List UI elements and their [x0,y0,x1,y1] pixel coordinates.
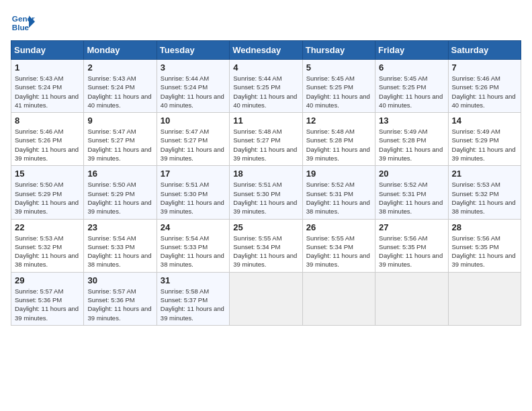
day-number: 5 [306,62,371,73]
calendar-day: 16Sunrise: 5:50 AM Sunset: 5:29 PM Dayli… [84,166,157,219]
day-info: Sunrise: 5:50 AM Sunset: 5:29 PM Dayligh… [87,180,152,216]
day-info: Sunrise: 5:54 AM Sunset: 5:33 PM Dayligh… [161,234,226,269]
day-info: Sunrise: 5:58 AM Sunset: 5:37 PM Dayligh… [161,287,226,322]
calendar-day [302,272,375,325]
calendar-day: 29Sunrise: 5:57 AM Sunset: 5:36 PM Dayli… [11,272,84,325]
day-number: 28 [452,222,517,232]
calendar-day [230,272,302,325]
weekday-header-cell: Thursday [302,41,375,60]
day-number: 14 [452,116,517,126]
calendar-day: 27Sunrise: 5:56 AM Sunset: 5:35 PM Dayli… [375,219,448,272]
calendar-day: 1Sunrise: 5:43 AM Sunset: 5:24 PM Daylig… [11,60,84,113]
day-info: Sunrise: 5:45 AM Sunset: 5:25 PM Dayligh… [379,74,444,109]
day-info: Sunrise: 5:51 AM Sunset: 5:30 PM Dayligh… [233,180,298,216]
day-number: 19 [306,169,371,179]
day-info: Sunrise: 5:48 AM Sunset: 5:28 PM Dayligh… [306,127,371,163]
calendar-day [375,272,448,325]
calendar-day: 5Sunrise: 5:45 AM Sunset: 5:25 PM Daylig… [302,60,375,113]
calendar-day: 24Sunrise: 5:54 AM Sunset: 5:33 PM Dayli… [157,219,229,272]
day-info: Sunrise: 5:48 AM Sunset: 5:27 PM Dayligh… [233,127,298,163]
day-number: 30 [87,275,152,285]
day-info: Sunrise: 5:46 AM Sunset: 5:26 PM Dayligh… [15,127,80,163]
calendar-day: 28Sunrise: 5:56 AM Sunset: 5:35 PM Dayli… [448,219,521,272]
day-info: Sunrise: 5:56 AM Sunset: 5:35 PM Dayligh… [379,234,444,269]
calendar-week: 15Sunrise: 5:50 AM Sunset: 5:29 PM Dayli… [11,166,521,219]
day-number: 18 [233,169,298,179]
calendar-day: 12Sunrise: 5:48 AM Sunset: 5:28 PM Dayli… [302,113,375,166]
day-number: 2 [87,62,152,73]
calendar-day: 20Sunrise: 5:52 AM Sunset: 5:31 PM Dayli… [375,166,448,219]
calendar-body: 1Sunrise: 5:43 AM Sunset: 5:24 PM Daylig… [11,60,521,326]
day-number: 27 [379,222,444,232]
calendar-day: 9Sunrise: 5:47 AM Sunset: 5:27 PM Daylig… [84,113,157,166]
day-info: Sunrise: 5:55 AM Sunset: 5:34 PM Dayligh… [306,234,371,269]
day-info: Sunrise: 5:44 AM Sunset: 5:24 PM Dayligh… [161,74,226,109]
day-number: 4 [233,62,298,73]
day-number: 29 [15,275,80,285]
day-number: 3 [161,62,226,73]
day-number: 20 [379,169,444,179]
calendar-week: 8Sunrise: 5:46 AM Sunset: 5:26 PM Daylig… [11,113,521,166]
calendar-day [448,272,521,325]
day-number: 26 [306,222,371,232]
day-info: Sunrise: 5:53 AM Sunset: 5:32 PM Dayligh… [452,180,517,216]
calendar-day: 13Sunrise: 5:49 AM Sunset: 5:28 PM Dayli… [375,113,448,166]
day-info: Sunrise: 5:49 AM Sunset: 5:28 PM Dayligh… [379,127,444,163]
day-info: Sunrise: 5:43 AM Sunset: 5:24 PM Dayligh… [87,74,152,109]
weekday-header-cell: Wednesday [230,41,302,60]
day-number: 13 [379,116,444,126]
calendar-table: SundayMondayTuesdayWednesdayThursdayFrid… [11,40,521,326]
day-number: 22 [15,222,80,232]
calendar-week: 1Sunrise: 5:43 AM Sunset: 5:24 PM Daylig… [11,60,521,113]
day-number: 25 [233,222,298,232]
calendar-day: 15Sunrise: 5:50 AM Sunset: 5:29 PM Dayli… [11,166,84,219]
weekday-header-cell: Saturday [448,41,521,60]
day-number: 6 [379,62,444,73]
calendar-day: 7Sunrise: 5:46 AM Sunset: 5:26 PM Daylig… [448,60,521,113]
calendar-day: 10Sunrise: 5:47 AM Sunset: 5:27 PM Dayli… [157,113,229,166]
logo: General Blue [11,11,35,35]
day-number: 8 [15,116,80,126]
day-number: 15 [15,169,80,179]
day-info: Sunrise: 5:46 AM Sunset: 5:26 PM Dayligh… [452,74,517,109]
day-info: Sunrise: 5:51 AM Sunset: 5:30 PM Dayligh… [161,180,226,216]
day-number: 12 [306,116,371,126]
day-number: 16 [87,169,152,179]
weekday-header-cell: Monday [84,41,157,60]
svg-text:Blue: Blue [12,23,30,32]
day-info: Sunrise: 5:50 AM Sunset: 5:29 PM Dayligh… [15,180,80,216]
calendar-day: 2Sunrise: 5:43 AM Sunset: 5:24 PM Daylig… [84,60,157,113]
day-info: Sunrise: 5:52 AM Sunset: 5:31 PM Dayligh… [379,180,444,216]
day-number: 24 [161,222,226,232]
calendar-day: 17Sunrise: 5:51 AM Sunset: 5:30 PM Dayli… [157,166,229,219]
page-header: General Blue [11,11,521,35]
calendar-day: 22Sunrise: 5:53 AM Sunset: 5:32 PM Dayli… [11,219,84,272]
calendar-day: 8Sunrise: 5:46 AM Sunset: 5:26 PM Daylig… [11,113,84,166]
day-info: Sunrise: 5:45 AM Sunset: 5:25 PM Dayligh… [306,74,371,109]
weekday-header-cell: Friday [375,41,448,60]
calendar-day: 23Sunrise: 5:54 AM Sunset: 5:33 PM Dayli… [84,219,157,272]
day-number: 23 [87,222,152,232]
weekday-header-cell: Tuesday [157,41,229,60]
calendar-day: 19Sunrise: 5:52 AM Sunset: 5:31 PM Dayli… [302,166,375,219]
calendar-day: 11Sunrise: 5:48 AM Sunset: 5:27 PM Dayli… [230,113,302,166]
day-number: 11 [233,116,298,126]
calendar-day: 26Sunrise: 5:55 AM Sunset: 5:34 PM Dayli… [302,219,375,272]
day-number: 31 [161,275,226,285]
day-number: 21 [452,169,517,179]
day-number: 17 [161,169,226,179]
weekday-header-cell: Sunday [11,41,84,60]
day-info: Sunrise: 5:57 AM Sunset: 5:36 PM Dayligh… [15,287,80,322]
day-info: Sunrise: 5:43 AM Sunset: 5:24 PM Dayligh… [15,74,80,109]
day-number: 1 [15,62,80,73]
day-info: Sunrise: 5:56 AM Sunset: 5:35 PM Dayligh… [452,234,517,269]
calendar-day: 6Sunrise: 5:45 AM Sunset: 5:25 PM Daylig… [375,60,448,113]
calendar-day: 4Sunrise: 5:44 AM Sunset: 5:25 PM Daylig… [230,60,302,113]
weekday-header-row: SundayMondayTuesdayWednesdayThursdayFrid… [11,41,521,60]
calendar-day: 31Sunrise: 5:58 AM Sunset: 5:37 PM Dayli… [157,272,229,325]
day-info: Sunrise: 5:44 AM Sunset: 5:25 PM Dayligh… [233,74,298,109]
calendar-day: 14Sunrise: 5:49 AM Sunset: 5:29 PM Dayli… [448,113,521,166]
calendar-day: 21Sunrise: 5:53 AM Sunset: 5:32 PM Dayli… [448,166,521,219]
day-info: Sunrise: 5:47 AM Sunset: 5:27 PM Dayligh… [161,127,226,163]
day-info: Sunrise: 5:47 AM Sunset: 5:27 PM Dayligh… [87,127,152,163]
